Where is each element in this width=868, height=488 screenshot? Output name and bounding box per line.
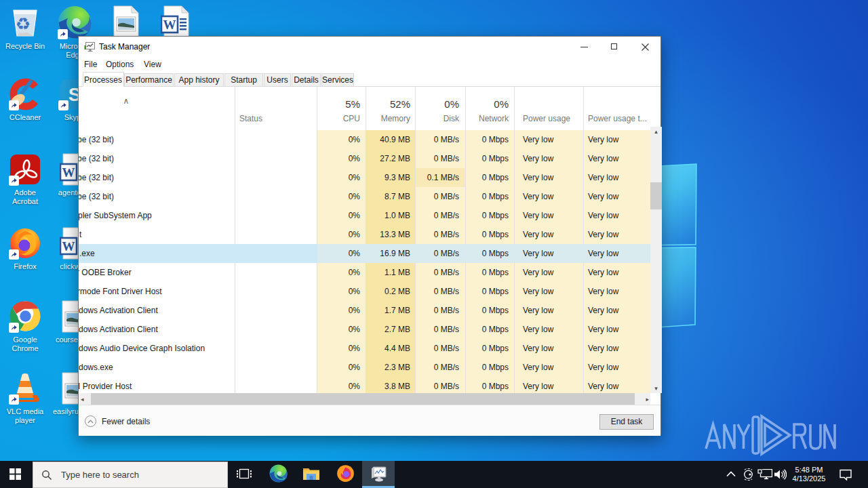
svg-text:♻: ♻ bbox=[16, 14, 31, 33]
